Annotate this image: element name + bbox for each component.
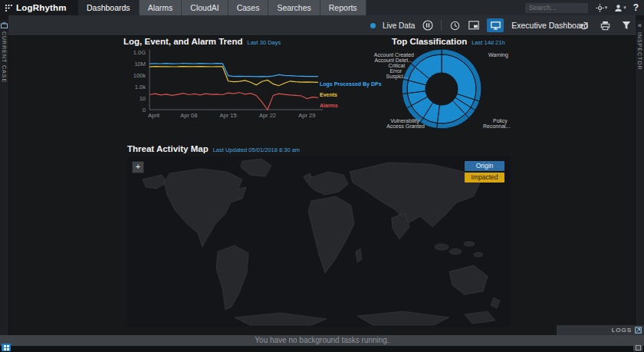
inspector-rail[interactable]: « INSPECTOR bbox=[635, 20, 644, 325]
trend-chart-panel: Log, Event, and Alarm Trend Last 30 Days… bbox=[123, 37, 388, 140]
printer-icon bbox=[600, 21, 610, 31]
svg-text:Apr 15: Apr 15 bbox=[220, 112, 237, 119]
panel-icon bbox=[636, 345, 641, 350]
tab-searches[interactable]: Searches bbox=[268, 0, 320, 15]
threat-map-title: Threat Activity Map bbox=[127, 144, 209, 153]
tab-cases[interactable]: Cases bbox=[228, 0, 269, 15]
background-tasks-icon[interactable] bbox=[2, 344, 11, 351]
toolbar-right bbox=[577, 15, 632, 35]
svg-text:Apr 29: Apr 29 bbox=[298, 112, 315, 119]
picture-in-picture-icon bbox=[468, 21, 479, 30]
trend-chart-title: Log, Event, and Alarm Trend bbox=[123, 37, 243, 46]
toolbar-divider bbox=[441, 20, 442, 31]
slice-label-access-granted: Access Granted bbox=[369, 123, 425, 129]
time-range-button[interactable] bbox=[449, 19, 461, 31]
world-map-graphic bbox=[127, 156, 511, 327]
origin-toggle-button[interactable]: Origin bbox=[465, 161, 504, 171]
threat-map-panel: Threat Activity Map Last Updated 05/01/2… bbox=[127, 144, 518, 328]
logs-drawer[interactable]: LOGS bbox=[557, 325, 644, 335]
logs-label: LOGS bbox=[612, 327, 632, 334]
chevron-down-icon: ▾ bbox=[623, 5, 626, 11]
search-input[interactable] bbox=[524, 2, 589, 14]
logo: LogRhythm bbox=[0, 0, 78, 15]
slice-label-reconnaissance: Reconnai... bbox=[483, 123, 510, 129]
slice-label-account-deleted: Account Delet... bbox=[369, 58, 412, 63]
slice-label-suspicious: Suspici... bbox=[369, 74, 408, 79]
main-nav: Dashboards Alarms CloudAI Cases Searches… bbox=[78, 0, 366, 15]
filter-button[interactable] bbox=[620, 19, 632, 31]
undo-icon bbox=[579, 21, 589, 31]
pause-live-button[interactable] bbox=[422, 19, 434, 31]
slice-label-policy: Policy bbox=[493, 118, 508, 123]
inspector-label: INSPECTOR bbox=[637, 32, 642, 71]
tab-alarms[interactable]: Alarms bbox=[140, 0, 182, 15]
logo-text: LogRhythm bbox=[16, 3, 67, 12]
current-case-rail[interactable]: CURRENT CASE bbox=[0, 20, 9, 335]
svg-text:Apr 22: Apr 22 bbox=[259, 112, 276, 119]
settings-menu-button[interactable]: ▾ bbox=[596, 4, 608, 12]
trend-chart-subtitle: Last 30 Days bbox=[248, 39, 281, 46]
user-menu-button[interactable]: ▾ bbox=[614, 4, 626, 12]
svg-text:0: 0 bbox=[143, 107, 146, 113]
pause-icon bbox=[422, 20, 433, 31]
world-map[interactable]: + Origin Impacted bbox=[127, 156, 511, 327]
reset-dashboard-button[interactable] bbox=[577, 19, 590, 31]
monitor-view-button[interactable] bbox=[487, 18, 504, 32]
impacted-toggle-button[interactable]: Impacted bbox=[465, 173, 504, 183]
map-legend: Origin Impacted bbox=[465, 161, 504, 183]
live-data-indicator bbox=[370, 23, 376, 28]
tab-dashboards[interactable]: Dashboards bbox=[78, 0, 140, 15]
tab-cloudai[interactable]: CloudAI bbox=[182, 0, 228, 15]
carousel-mode-button[interactable] bbox=[468, 19, 480, 31]
tab-reports[interactable]: Reports bbox=[320, 0, 366, 15]
svg-text:100k: 100k bbox=[133, 72, 146, 79]
slice-label-error: Error bbox=[369, 68, 402, 74]
svg-text:10: 10 bbox=[140, 95, 146, 102]
status-bar: You have no background tasks running. bbox=[0, 335, 644, 346]
dashboard-workspace: Log, Event, and Alarm Trend Last 30 Days… bbox=[8, 35, 636, 335]
expand-panel-icon bbox=[635, 327, 642, 334]
svg-text:April: April bbox=[148, 112, 159, 119]
slice-label-critical: Critical bbox=[369, 63, 405, 68]
collapse-icon: « bbox=[638, 22, 642, 29]
svg-text:Apr 08: Apr 08 bbox=[180, 112, 197, 119]
zoom-in-button[interactable]: + bbox=[132, 161, 144, 173]
top-bar: LogRhythm Dashboards Alarms CloudAI Case… bbox=[0, 0, 644, 15]
toolbar-center: Live Data bbox=[370, 15, 588, 35]
svg-text:1.0k: 1.0k bbox=[135, 84, 146, 90]
chevron-down-icon: ▾ bbox=[605, 5, 608, 11]
topbar-right: ▾ ▾ ? bbox=[524, 0, 644, 15]
gear-icon bbox=[596, 4, 604, 12]
case-icon bbox=[1, 22, 8, 28]
svg-text:10M: 10M bbox=[134, 61, 146, 67]
clock-icon bbox=[450, 21, 460, 31]
user-icon bbox=[614, 4, 623, 12]
classification-panel: Top Classification Last 14d 21h Account … bbox=[369, 37, 530, 153]
slice-label-vulnerability: Vulnerability bbox=[369, 118, 419, 123]
grid-icon bbox=[4, 345, 9, 350]
current-case-label: CURRENT CASE bbox=[2, 31, 7, 83]
svg-text:1.0G: 1.0G bbox=[133, 49, 146, 56]
live-data-label: Live Data bbox=[383, 21, 415, 30]
dashboard-toolbar: Live Data bbox=[8, 15, 636, 36]
notifications-icon[interactable] bbox=[633, 344, 642, 351]
monitor-icon bbox=[491, 21, 501, 30]
help-icon[interactable]: ? bbox=[633, 2, 639, 13]
print-button[interactable] bbox=[599, 19, 611, 31]
slice-label-warning: Warning bbox=[488, 52, 508, 58]
status-message: You have no background tasks running. bbox=[255, 336, 389, 344]
logrhythm-logo-icon bbox=[5, 4, 13, 12]
slice-label-account-created: Account Created bbox=[369, 52, 414, 58]
bottom-strip bbox=[0, 346, 644, 352]
threat-map-subtitle: Last Updated 05/01/2018 8:30 am bbox=[213, 146, 300, 153]
funnel-icon bbox=[622, 21, 631, 30]
